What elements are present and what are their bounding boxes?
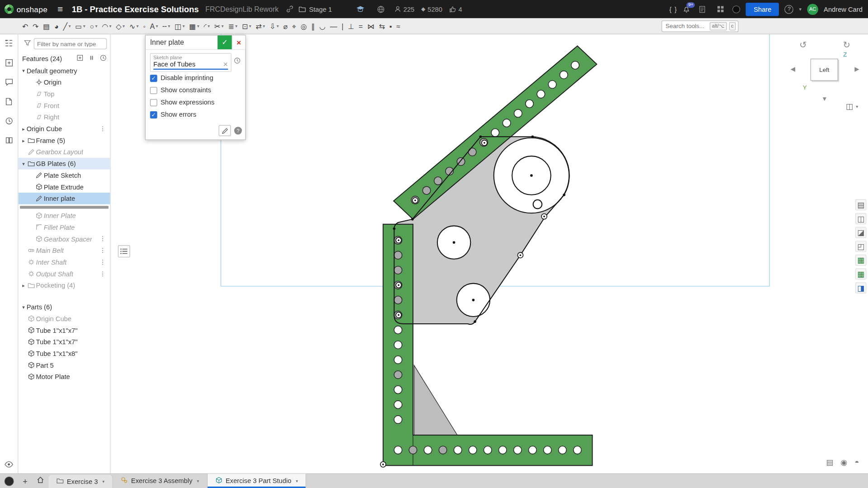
copy-link-icon[interactable]: [283, 5, 296, 13]
view-options-button[interactable]: ◫ ▾: [846, 102, 858, 111]
checkbox-icon[interactable]: ✓: [150, 111, 157, 118]
sheet-blue-icon[interactable]: ◨: [855, 282, 866, 293]
dropdown-caret-icon[interactable]: ▾: [208, 24, 210, 28]
education-icon[interactable]: [353, 5, 367, 13]
notifications-button[interactable]: 9+: [683, 5, 691, 13]
checkbox-icon[interactable]: ✓: [150, 75, 157, 82]
sheet-green-icon[interactable]: ▦: [855, 255, 866, 265]
dropdown-caret-icon[interactable]: ▾: [69, 24, 71, 28]
release-notes-icon[interactable]: [696, 5, 709, 13]
feature-filter-input[interactable]: [34, 38, 107, 49]
checkbox-icon[interactable]: [150, 99, 157, 106]
dropdown-caret-icon[interactable]: ▾: [156, 24, 158, 28]
insert-rail-icon[interactable]: [5, 59, 13, 69]
model-gusset[interactable]: [414, 365, 457, 435]
option-show-errors[interactable]: ✓Show errors: [150, 109, 241, 121]
rotate-down-arrow-icon[interactable]: ▼: [821, 95, 827, 102]
sheet-green-2-icon[interactable]: ▦: [855, 269, 866, 280]
point-tool-button[interactable]: ◦: [141, 19, 147, 33]
context-menu-icon[interactable]: ⋮: [100, 247, 110, 254]
spline-tool-button[interactable]: ∿▾: [127, 19, 141, 33]
expand-arrow-icon[interactable]: ▾: [20, 304, 26, 310]
context-menu-icon[interactable]: ⋮: [100, 259, 110, 266]
checkbox-icon[interactable]: [150, 87, 157, 94]
parts-section-header[interactable]: ▾ Parts (6): [18, 301, 110, 313]
dropdown-caret-icon[interactable]: ▾: [95, 24, 97, 28]
rectangle-tool-button[interactable]: ▭▾: [73, 19, 87, 33]
coincident-constraint-button[interactable]: ⌖: [290, 19, 299, 33]
expand-arrow-icon[interactable]: ▸: [20, 283, 26, 288]
use-project-tool-button[interactable]: ⊡▾: [240, 19, 254, 33]
context-menu-icon[interactable]: ⋮: [100, 235, 110, 242]
feature-item-top[interactable]: Top: [18, 88, 110, 100]
history-clock-icon[interactable]: [100, 54, 107, 63]
feature-list-icon[interactable]: [5, 39, 14, 50]
help-button[interactable]: ?: [785, 5, 794, 14]
dropdown-caret-icon[interactable]: ▾: [263, 24, 265, 28]
tab-caret-icon[interactable]: ▾: [296, 479, 298, 483]
paste-style-button[interactable]: ◕: [52, 19, 61, 33]
linear-pattern-tool-button[interactable]: ▦▾: [187, 19, 201, 33]
context-menu-icon[interactable]: ⋮: [100, 125, 110, 133]
tab-exercise-3-part-studio[interactable]: Exercise 3 Part Studio▾: [207, 474, 306, 488]
tab-exercise-3-assembly[interactable]: Exercise 3 Assembly▾: [113, 474, 207, 488]
assistant-button[interactable]: [5, 476, 14, 486]
redo-button[interactable]: ↷: [30, 19, 41, 33]
dialog-help-icon[interactable]: ?: [234, 127, 242, 134]
feature-item-plate-extrude[interactable]: Plate Extrude: [18, 181, 110, 193]
transform-tool-button[interactable]: ⇄▾: [253, 19, 267, 33]
dropdown-caret-icon[interactable]: ▾: [168, 24, 170, 28]
feature-item-gb-plates-6[interactable]: ▾GB Plates (6): [18, 158, 110, 170]
context-menu-icon[interactable]: ⋮: [100, 270, 110, 277]
dropdown-caret-icon[interactable]: ▾: [83, 24, 85, 28]
feature-item-inner-plate[interactable]: Inner Plate: [18, 210, 110, 222]
edit-sketch-button[interactable]: [218, 125, 231, 136]
likes-stat[interactable]: 4: [449, 5, 462, 13]
feature-item-main-belt[interactable]: Main Belt⋮: [18, 245, 110, 256]
symmetric-constraint-button[interactable]: ⇆: [377, 19, 387, 33]
commit-button[interactable]: ✓: [218, 35, 232, 49]
share-button[interactable]: Share: [746, 3, 779, 16]
offset-tool-button[interactable]: ≣▾: [226, 19, 240, 33]
feature-item-gearbox-layout[interactable]: Gearbox Layout: [18, 146, 110, 158]
feature-list-flyout-button[interactable]: [118, 245, 130, 257]
points-stat[interactable]: ◆ 5280: [421, 5, 442, 13]
search-tools-box[interactable]: alt/⌥ c: [662, 20, 739, 32]
search-tools-input[interactable]: [664, 22, 707, 30]
polygon-tool-button[interactable]: ◇▾: [114, 19, 127, 33]
curvature-constraint-button[interactable]: ≈: [394, 19, 403, 33]
part-item-origin-cube-0[interactable]: Origin Cube: [18, 313, 110, 325]
mirror-tool-button[interactable]: ◫▾: [172, 19, 187, 33]
trim-tool-button[interactable]: ✂▾: [212, 19, 226, 33]
feature-item-default-geometry[interactable]: ▾Default geometry: [18, 65, 110, 76]
rotate-ccw-icon[interactable]: ↺: [799, 40, 806, 50]
horizontal-constraint-button[interactable]: ―: [328, 19, 340, 33]
concentric-constraint-button[interactable]: ◎: [299, 19, 309, 33]
feature-item-origin-cube[interactable]: ▸Origin Cube⋮: [18, 123, 110, 135]
dropdown-caret-icon[interactable]: ▾: [277, 24, 279, 28]
feature-item-right[interactable]: Right: [18, 111, 110, 123]
perspective-icon[interactable]: ◓: [854, 458, 859, 467]
tab-caret-icon[interactable]: ▾: [197, 479, 199, 483]
tangent-constraint-button[interactable]: ◡: [317, 19, 328, 33]
graphics-canvas[interactable]: Inner plate ✓ × Sketch plane Face of Tub…: [111, 34, 868, 474]
versions-history-icon[interactable]: [5, 117, 13, 127]
dropdown-caret-icon[interactable]: ▾: [109, 24, 112, 28]
home-tab-icon[interactable]: [32, 476, 49, 486]
tab-exercise-3[interactable]: Exercise 3▾: [48, 475, 113, 488]
dropdown-caret-icon[interactable]: ▾: [123, 24, 125, 28]
suppress-pause-icon[interactable]: [89, 54, 95, 63]
onshape-logo[interactable]: onshape: [0, 5, 52, 14]
part-item-part-5-4[interactable]: Part 5: [18, 359, 110, 371]
appearance-icon[interactable]: ▤: [826, 458, 833, 467]
dropdown-caret-icon[interactable]: ▾: [197, 24, 199, 28]
export-sketch-button[interactable]: ⇩▾: [267, 19, 281, 33]
tab-caret-icon[interactable]: ▾: [102, 479, 104, 484]
new-tab-button[interactable]: +: [18, 476, 32, 486]
feature-item-pocketing-4[interactable]: ▸Pocketing (4): [18, 280, 110, 291]
view-cube[interactable]: ↺ ↻ Z ◀ Left ▶ Y ▼: [791, 39, 859, 105]
display-tables-icon[interactable]: ▤: [855, 199, 866, 210]
part-item-tube-1-x1-x7-2[interactable]: Tube 1"x1"x7": [18, 336, 110, 348]
rollback-bar[interactable]: [18, 204, 110, 210]
arc-tool-button[interactable]: ◠▾: [100, 19, 114, 33]
